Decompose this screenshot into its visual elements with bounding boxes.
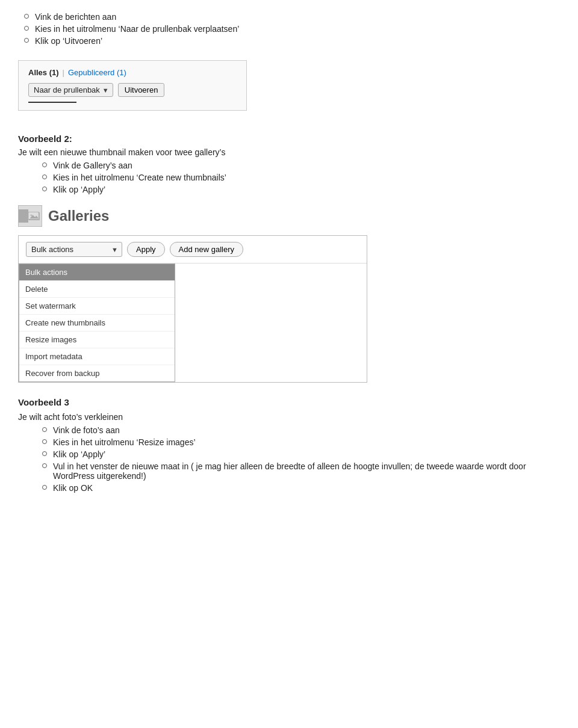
galleries-title: Galleries [48,208,109,224]
bullet-icon-1 [24,14,29,19]
bullet-icon-2 [24,26,29,31]
voorbeeld2-bullet-2: Kies in het uitrolmenu ‘Create new thumb… [36,173,560,182]
bullet-item-1: Vink de berichten aan [18,12,560,22]
bullet-item-2: Kies in het uitrolmenu ‘Naar de prullenb… [18,24,560,34]
voorbeeld3-bullet-3: Klik op ‘Apply’ [36,449,560,459]
bulk-actions-arrow-icon: ▼ [111,246,118,253]
voorbeeld2-block: Voorbeeld 2: Je wilt een nieuwe thumbnai… [18,134,560,194]
menu-item-bulk-actions[interactable]: Bulk actions [19,264,175,281]
galleries-svg-icon [28,207,42,225]
menu-item-delete[interactable]: Delete [19,281,175,298]
galleries-toolbar: Bulk actions ▼ Apply Add new gallery [19,236,367,264]
filter-separator: | [63,68,64,77]
voorbeeld2-bullet-text-2: Kies in het uitrolmenu ‘Create new thumb… [53,173,226,182]
voorbeeld3-bullet-icon-5 [42,485,47,490]
voorbeeld2-heading: Voorbeeld 2: [18,134,560,144]
bullet-text-3: Klik op ‘Uitvoeren’ [35,36,102,46]
bulk-actions-menu: Bulk actions Delete Set watermark Create… [19,264,175,382]
voorbeeld2-bullet-icon-2 [42,174,47,179]
voorbeeld3-bullet-icon-1 [42,427,47,432]
screenshot1-toolbar: Naar de prullenbak ▼ Uitvoeren [28,83,237,97]
menu-item-import-metadata[interactable]: Import metadata [19,348,175,365]
voorbeeld3-bullet-text-1: Vink de foto’s aan [53,425,120,435]
voorbeeld3-bullet-text-5: Klik op OK [53,483,93,493]
voorbeeld3-bullet-text-3: Klik op ‘Apply’ [53,449,105,459]
menu-item-set-watermark[interactable]: Set watermark [19,298,175,315]
all-filter-link[interactable]: Alles (1) [28,68,59,77]
menu-item-recover-backup[interactable]: Recover from backup [19,365,175,381]
voorbeeld3-bullet-5: Klik op OK [36,483,560,493]
menu-item-create-thumbnails[interactable]: Create new thumbnails [19,315,175,332]
voorbeeld3-bullet-4: Vul in het venster de nieuwe maat in ( j… [36,461,560,481]
voorbeeld3-intro: Je wilt acht foto’s verkleinen [18,412,560,422]
uitvoeren-button[interactable]: Uitvoeren [118,83,165,97]
voorbeeld2-bullet-icon-3 [42,187,47,191]
bullet-icon-3 [24,38,29,43]
galleries-header: Galleries [18,205,560,227]
galleries-icon [18,205,42,227]
top-bullet-list: Vink de berichten aan Kies in het uitrol… [18,12,560,46]
voorbeeld2-bullet-text-1: Vink de Gallery’s aan [53,161,132,170]
svg-point-3 [30,214,32,216]
published-filter-link[interactable]: Gepubliceerd (1) [68,68,126,77]
voorbeeld3-bullet-text-4: Vul in het venster de nieuwe maat in ( j… [53,461,560,481]
voorbeeld3-bullet-icon-3 [42,451,47,456]
bulk-actions-dropdown[interactable]: Bulk actions ▼ [26,242,122,257]
bullet-text-2: Kies in het uitrolmenu ‘Naar de prullenb… [35,24,239,34]
voorbeeld2-bullet-icon-1 [42,162,47,167]
voorbeeld2-bullet-text-3: Klik op ‘Apply’ [53,185,105,194]
voorbeeld3-heading: Voorbeeld 3 [18,397,560,407]
apply-button[interactable]: Apply [127,242,165,257]
voorbeeld3-bullet-1: Vink de foto’s aan [36,425,560,435]
voorbeeld2-bullet-1: Vink de Gallery’s aan [36,161,560,170]
bulk-actions-label: Bulk actions [31,245,73,254]
voorbeeld3-bullet-2: Kies in het uitrolmenu ‘Resize images’ [36,437,560,447]
filter-bar: Alles (1) | Gepubliceerd (1) [28,68,237,77]
voorbeeld3-bullet-icon-2 [42,439,47,444]
bullet-item-3: Klik op ‘Uitvoeren’ [18,36,560,46]
bullet-text-1: Vink de berichten aan [35,12,116,22]
voorbeeld2-bullet-3: Klik op ‘Apply’ [36,185,560,194]
voorbeeld3-block: Voorbeeld 3 Je wilt acht foto’s verklein… [18,397,560,493]
voorbeeld3-bullet-icon-4 [42,463,47,468]
add-new-gallery-button[interactable]: Add new gallery [170,242,244,257]
dropdown-arrow-icon: ▼ [102,87,109,94]
voorbeeld3-bullets: Vink de foto’s aan Kies in het uitrolmen… [36,425,560,493]
menu-item-resize-images[interactable]: Resize images [19,332,175,348]
separator-line [28,102,76,103]
voorbeeld2-intro: Je wilt een nieuwe thumbnail maken voor … [18,147,560,157]
screenshot1-box: Alles (1) | Gepubliceerd (1) Naar de pru… [18,60,247,111]
naar-prullenbak-label: Naar de prullenbak [34,85,100,94]
galleries-ui-box: Bulk actions ▼ Apply Add new gallery Bul… [18,235,367,383]
voorbeeld3-bullet-text-2: Kies in het uitrolmenu ‘Resize images’ [53,437,196,447]
voorbeeld2-bullets: Vink de Gallery’s aan Kies in het uitrol… [36,161,560,194]
naar-prullenbak-dropdown[interactable]: Naar de prullenbak ▼ [28,83,113,97]
